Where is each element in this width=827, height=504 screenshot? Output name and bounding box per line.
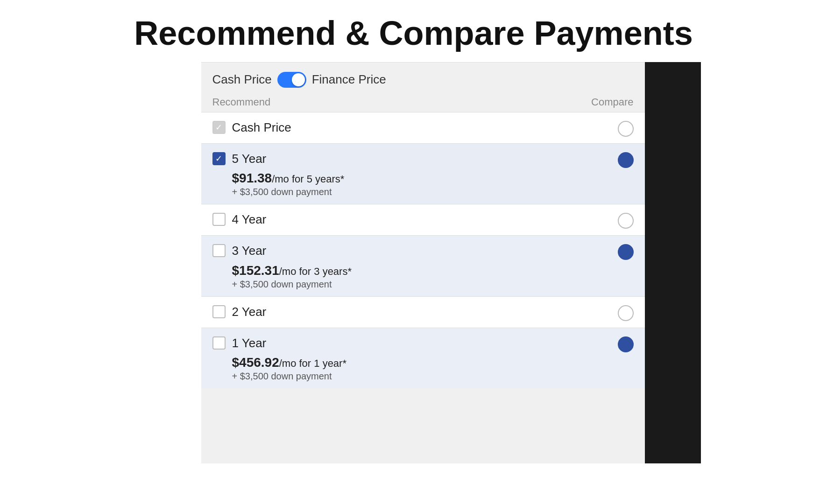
row-left-2-year: 2 Year — [212, 303, 267, 320]
price-suffix-1-year: /mo for 1 year* — [279, 357, 346, 369]
price-suffix-5-year: /mo for 5 years* — [272, 173, 344, 185]
checkbox-3-year[interactable] — [212, 244, 226, 257]
row-left-cash-price: ✓ Cash Price — [212, 119, 291, 136]
left-space — [127, 62, 201, 463]
row-left-3-year: 3 Year $152.31/mo for 3 years* + $3,500 … — [212, 242, 352, 289]
radio-1-year[interactable] — [618, 336, 634, 352]
checkmark-5-year: ✓ — [215, 154, 222, 163]
row-content-2-year: 2 Year — [232, 303, 267, 320]
row-4-year: 4 Year — [201, 204, 645, 235]
price-amount-5-year: $91.38 — [232, 171, 272, 185]
price-toggle[interactable] — [277, 72, 306, 88]
row-content-5-year: 5 Year $91.38/mo for 5 years* + $3,500 d… — [232, 150, 345, 197]
row-price-1-year: $456.92/mo for 1 year* — [232, 355, 347, 370]
checkmark-cash-price: ✓ — [215, 123, 222, 132]
row-1-year: 1 Year $456.92/mo for 1 year* + $3,500 d… — [201, 328, 645, 388]
price-amount-1-year: $456.92 — [232, 355, 279, 370]
row-content-4-year: 4 Year — [232, 211, 267, 228]
checkbox-2-year[interactable] — [212, 305, 226, 318]
row-right-2-year — [618, 303, 634, 321]
checkbox-5-year[interactable]: ✓ — [212, 152, 226, 165]
toggle-track — [277, 72, 306, 88]
row-title-2-year: 2 Year — [232, 303, 267, 320]
row-left-5-year: ✓ 5 Year $91.38/mo for 5 years* + $3,500… — [212, 150, 345, 197]
row-price-5-year: $91.38/mo for 5 years* — [232, 171, 345, 186]
row-right-cash-price — [618, 119, 634, 137]
compare-header: Compare — [591, 96, 633, 108]
checkbox-1-year[interactable] — [212, 336, 226, 350]
checkbox-cash-price[interactable]: ✓ — [212, 121, 226, 134]
toggle-row: Cash Price Finance Price — [201, 63, 645, 94]
row-content-cash-price: Cash Price — [232, 119, 291, 136]
radio-3-year[interactable] — [618, 244, 634, 260]
radio-5-year[interactable] — [618, 152, 634, 168]
radio-4-year[interactable] — [618, 213, 634, 229]
row-5-year: ✓ 5 Year $91.38/mo for 5 years* + $3,500… — [201, 143, 645, 204]
row-title-cash-price: Cash Price — [232, 119, 291, 136]
row-content-1-year: 1 Year $456.92/mo for 1 year* + $3,500 d… — [232, 335, 347, 382]
row-right-4-year — [618, 211, 634, 229]
row-down-1-year: + $3,500 down payment — [232, 371, 347, 382]
row-title-5-year: 5 Year — [232, 150, 345, 167]
toggle-right-label: Finance Price — [312, 72, 386, 87]
row-title-1-year: 1 Year — [232, 335, 347, 351]
price-suffix-3-year: /mo for 3 years* — [279, 266, 352, 277]
toggle-left-label: Cash Price — [212, 72, 272, 87]
row-right-5-year — [618, 150, 634, 168]
radio-cash-price[interactable] — [618, 121, 634, 137]
row-left-1-year: 1 Year $456.92/mo for 1 year* + $3,500 d… — [212, 335, 347, 382]
row-title-4-year: 4 Year — [232, 211, 267, 228]
row-price-3-year: $152.31/mo for 3 years* — [232, 263, 352, 278]
column-headers: Recommend Compare — [201, 94, 645, 112]
row-cash-price: ✓ Cash Price — [201, 112, 645, 143]
row-2-year: 2 Year — [201, 296, 645, 328]
main-panel: Cash Price Finance Price Recommend Compa… — [201, 62, 645, 463]
row-right-3-year — [618, 242, 634, 260]
row-title-3-year: 3 Year — [232, 242, 352, 259]
right-sidebar — [645, 62, 701, 463]
row-left-4-year: 4 Year — [212, 211, 267, 228]
row-content-3-year: 3 Year $152.31/mo for 3 years* + $3,500 … — [232, 242, 352, 289]
recommend-header: Recommend — [212, 96, 271, 108]
row-right-1-year — [618, 335, 634, 352]
row-down-3-year: + $3,500 down payment — [232, 279, 352, 290]
price-amount-3-year: $152.31 — [232, 263, 279, 278]
row-down-5-year: + $3,500 down payment — [232, 187, 345, 197]
checkbox-4-year[interactable] — [212, 213, 226, 226]
radio-2-year[interactable] — [618, 305, 634, 321]
toggle-thumb — [292, 73, 305, 86]
page-title: Recommend & Compare Payments — [134, 0, 693, 62]
row-3-year: 3 Year $152.31/mo for 3 years* + $3,500 … — [201, 235, 645, 296]
